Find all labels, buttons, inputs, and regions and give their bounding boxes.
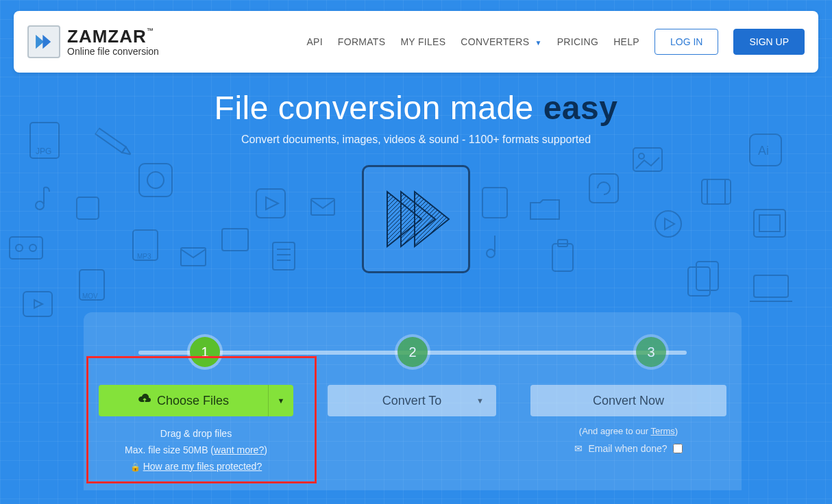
svg-marker-28 [665,218,674,229]
svg-rect-34 [754,275,788,297]
doodle-mp3-icon: MP3 [130,227,160,266]
svg-rect-17 [589,174,618,203]
svg-rect-48 [23,292,52,316]
svg-marker-0 [36,35,44,49]
svg-rect-25 [754,210,785,237]
max-size-prefix: Max. file size 50MB ( [125,444,214,455]
brand-tm: ™ [147,27,154,34]
max-size-suffix: ) [264,444,267,455]
svg-marker-4 [415,192,449,247]
svg-rect-12 [77,197,99,219]
doodle-film-icon [699,177,733,210]
terms-prefix: (And agree to our [579,426,651,436]
want-more-link[interactable]: want more? [214,444,264,455]
doodle-music-icon [25,184,52,216]
doodle-folder-icon [528,194,562,225]
svg-rect-22 [702,179,731,204]
doodle-doc-icon [270,240,297,275]
doodle-page-icon [480,185,510,223]
chevron-down-icon: ▼ [476,396,484,405]
files-protected-link[interactable]: How are my files protected? [143,461,262,472]
terms-link[interactable]: Terms [650,426,674,436]
terms-agreement: (And agree to our Terms) [530,426,726,436]
brand-name: ZAMZAR [67,26,147,47]
nav-my-files[interactable]: MY FILES [400,36,445,47]
nav-pricing[interactable]: PRICING [557,36,598,47]
steps-panel: 1 2 3 Choose Files ▼ Drag & drop files [84,312,742,490]
nav-formats[interactable]: FORMATS [338,36,386,47]
doodle-image-icon [631,145,665,177]
doodle-mov-icon: MOV [77,267,107,305]
svg-marker-49 [34,300,42,308]
svg-rect-35 [10,237,42,259]
svg-point-27 [655,211,681,237]
terms-suffix: ) [675,426,678,436]
doodle-play-icon [254,186,288,223]
step-2-column: Convert To ▼ [321,385,503,475]
brand-tagline: Online file conversion [67,47,159,56]
doodle-ai-icon: Ai [747,131,784,171]
doodle-laptop-icon [747,271,795,308]
svg-rect-33 [696,262,718,290]
step-indicator-1: 1 [190,337,220,367]
doodle-clipboard-icon [548,238,577,277]
svg-text:Ai: Ai [758,144,769,158]
brand-logo[interactable]: ZAMZAR™ Online file conversion [27,25,159,58]
svg-point-19 [639,153,644,159]
step-indicator-2: 2 [397,337,428,367]
lock-icon: 🔒 [130,462,140,472]
convert-now-label: Convert Now [593,394,664,408]
doodle-mail-icon [310,197,336,219]
doodle-square-icon [74,194,101,225]
convert-now-button[interactable]: Convert Now [530,385,726,416]
svg-rect-9 [139,164,172,197]
doodle-envelope-icon [180,247,207,270]
convert-to-label: Convert To [382,394,442,408]
hero-title-prefix: File conversion made [215,90,543,126]
hero-logo-icon [362,165,470,273]
svg-point-10 [147,172,164,188]
header-bar: ZAMZAR™ Online file conversion API FORMA… [14,11,818,73]
svg-rect-16 [482,188,507,218]
doodle-playcircle-icon [652,208,684,242]
choose-files-label: Choose Files [157,394,229,408]
choose-files-dropdown-button[interactable]: ▼ [269,385,293,416]
svg-rect-30 [552,244,573,271]
svg-rect-15 [311,199,334,215]
main-nav: API FORMATS MY FILES CONVERTERS ▼ PRICIN… [306,29,805,55]
doodle-jpg-icon: JPG [27,120,62,164]
convert-to-button[interactable]: Convert To ▼ [328,385,496,416]
step-track: 1 2 3 [125,337,700,367]
mail-icon: ✉ [574,443,583,454]
drag-drop-hint: Drag & drop files [99,426,293,442]
hero-title: File conversion made easy [0,89,832,127]
svg-rect-44 [273,242,295,270]
signup-button[interactable]: SIGN UP [733,29,805,55]
svg-rect-32 [688,267,710,296]
nav-api[interactable]: API [306,36,322,47]
step-indicator-3: 3 [636,337,666,367]
doodle-copy-icon [685,259,721,301]
email-when-done-label: Email when done? [588,443,667,454]
email-when-done-checkbox[interactable] [673,444,683,453]
doodle-sync-icon [587,171,621,208]
nav-converters[interactable]: CONVERTERS ▼ [461,36,541,47]
svg-point-37 [29,244,36,251]
nav-help[interactable]: HELP [613,36,639,47]
step-1-column: Choose Files ▼ Drag & drop files Max. fi… [99,385,293,475]
choose-files-group: Choose Files ▼ [99,385,293,416]
svg-marker-1 [42,35,51,49]
choose-files-button[interactable]: Choose Files [99,385,269,416]
login-button[interactable]: LOG IN [654,29,718,55]
svg-text:MOV: MOV [82,292,98,300]
svg-text:MP3: MP3 [137,253,151,260]
doodle-note-icon [480,233,503,263]
svg-rect-43 [222,229,248,251]
doodle-refresh-icon [137,162,174,201]
doodle-cassette-icon [7,234,45,264]
svg-point-11 [36,201,44,210]
nav-converters-label: CONVERTERS [461,36,529,47]
brand-mark-icon [27,25,60,58]
step-3-column: Convert Now (And agree to our Terms) ✉ E… [530,385,726,475]
chevron-down-icon: ▼ [535,39,542,47]
